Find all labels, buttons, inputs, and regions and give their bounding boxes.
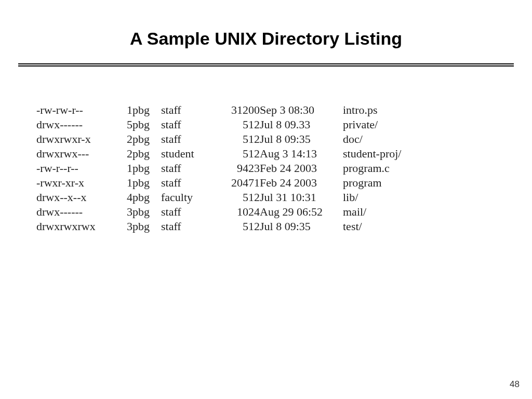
listing-table: -rw-rw-r--1pbgstaff31200Sep 3 08:30intro…: [36, 103, 401, 234]
directory-listing: -rw-rw-r--1pbgstaff31200Sep 3 08:30intro…: [36, 103, 532, 234]
cell-date: Sep 3 08:30: [260, 103, 343, 117]
cell-links: 1: [122, 103, 132, 117]
cell-size: 9423: [213, 161, 260, 176]
slide: A Sample UNIX Directory Listing -rw-rw-r…: [0, 0, 532, 399]
cell-size: 512: [213, 132, 260, 147]
cell-permissions: drwxrwxr-x: [36, 132, 122, 147]
cell-date: Jul 8 09:35: [260, 132, 343, 147]
cell-group: staff: [161, 161, 213, 176]
cell-filename: private/: [343, 117, 401, 132]
cell-links: 3: [122, 205, 132, 219]
table-row: drwx--x--x4pbgfaculty512Jul 31 10:31lib/: [36, 190, 401, 205]
cell-group: staff: [161, 205, 213, 219]
cell-permissions: -rw-rw-r--: [36, 103, 122, 117]
cell-permissions: drwxrwxrwx: [36, 219, 122, 234]
cell-owner: pbg: [132, 176, 161, 190]
cell-owner: pbg: [132, 117, 161, 132]
cell-filename: program: [343, 176, 401, 190]
cell-owner: pbg: [132, 190, 161, 205]
cell-filename: test/: [343, 219, 401, 234]
title-divider: [18, 63, 514, 66]
cell-group: faculty: [161, 190, 213, 205]
cell-permissions: -rwxr-xr-x: [36, 176, 122, 190]
cell-size: 20471: [213, 176, 260, 190]
cell-group: staff: [161, 132, 213, 147]
cell-permissions: -rw-r--r--: [36, 161, 122, 176]
table-row: drwx------5pbgstaff512Jul 8 09.33private…: [36, 117, 401, 132]
cell-filename: intro.ps: [343, 103, 401, 117]
cell-filename: mail/: [343, 205, 401, 219]
cell-links: 2: [122, 147, 132, 161]
cell-filename: lib/: [343, 190, 401, 205]
cell-permissions: drwx------: [36, 117, 122, 132]
cell-permissions: drwx------: [36, 205, 122, 219]
table-row: -rwxr-xr-x1pbgstaff20471Feb 24 2003progr…: [36, 176, 401, 190]
cell-owner: pbg: [132, 147, 161, 161]
table-row: drwxrwxrwx3pbgstaff512Jul 8 09:35test/: [36, 219, 401, 234]
cell-date: Feb 24 2003: [260, 176, 343, 190]
cell-links: 2: [122, 132, 132, 147]
cell-permissions: drwxrwx---: [36, 147, 122, 161]
cell-owner: pbg: [132, 205, 161, 219]
cell-size: 31200: [213, 103, 260, 117]
cell-links: 5: [122, 117, 132, 132]
cell-group: staff: [161, 219, 213, 234]
page-number: 48: [510, 379, 520, 390]
cell-group: staff: [161, 176, 213, 190]
cell-links: 3: [122, 219, 132, 234]
cell-date: Aug 29 06:52: [260, 205, 343, 219]
cell-links: 4: [122, 190, 132, 205]
cell-size: 1024: [213, 205, 260, 219]
cell-size: 512: [213, 190, 260, 205]
cell-group: staff: [161, 103, 213, 117]
cell-owner: pbg: [132, 103, 161, 117]
table-row: drwx------3pbgstaff1024Aug 29 06:52mail/: [36, 205, 401, 219]
table-row: -rw-r--r--1pbgstaff9423Feb 24 2003progra…: [36, 161, 401, 176]
cell-owner: pbg: [132, 161, 161, 176]
cell-size: 512: [213, 147, 260, 161]
slide-title: A Sample UNIX Directory Listing: [0, 29, 532, 49]
cell-date: Aug 3 14:13: [260, 147, 343, 161]
cell-date: Feb 24 2003: [260, 161, 343, 176]
cell-filename: student-proj/: [343, 147, 401, 161]
cell-links: 1: [122, 161, 132, 176]
table-row: drwxrwxr-x2pbgstaff512Jul 8 09:35doc/: [36, 132, 401, 147]
cell-links: 1: [122, 176, 132, 190]
cell-size: 512: [213, 117, 260, 132]
table-row: -rw-rw-r--1pbgstaff31200Sep 3 08:30intro…: [36, 103, 401, 117]
cell-date: Jul 8 09:35: [260, 219, 343, 234]
cell-owner: pbg: [132, 219, 161, 234]
cell-date: Jul 31 10:31: [260, 190, 343, 205]
cell-owner: pbg: [132, 132, 161, 147]
cell-group: staff: [161, 117, 213, 132]
cell-filename: doc/: [343, 132, 401, 147]
cell-permissions: drwx--x--x: [36, 190, 122, 205]
cell-date: Jul 8 09.33: [260, 117, 343, 132]
table-row: drwxrwx---2pbgstudent512Aug 3 14:13stude…: [36, 147, 401, 161]
cell-group: student: [161, 147, 213, 161]
cell-size: 512: [213, 219, 260, 234]
cell-filename: program.c: [343, 161, 401, 176]
